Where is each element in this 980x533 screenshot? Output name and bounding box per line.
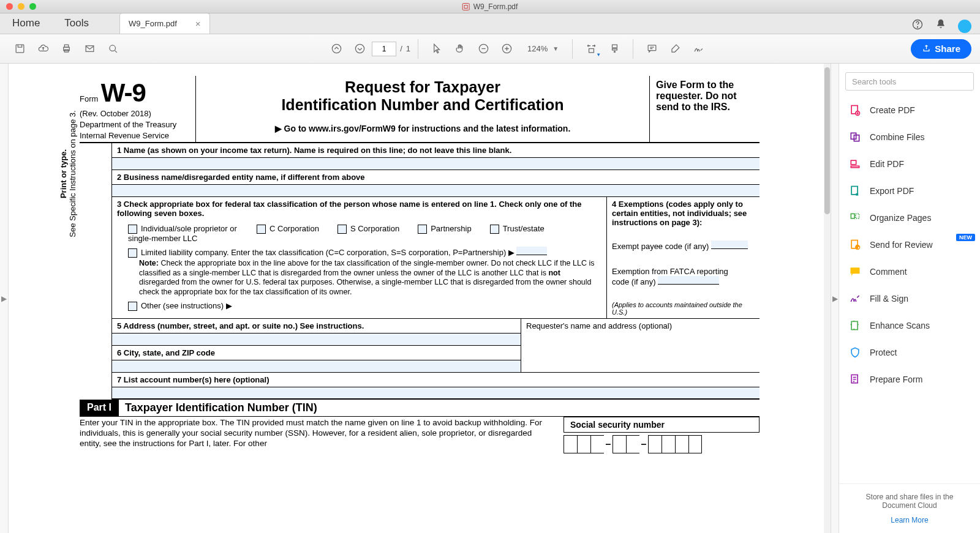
page-total: 1 bbox=[406, 44, 410, 53]
right-rail: ▶ bbox=[831, 64, 839, 533]
window-title: W9_Form.pdf bbox=[473, 2, 518, 11]
fatca-label-1: Exemption from FATCA reporting bbox=[612, 267, 728, 276]
field-5[interactable] bbox=[112, 334, 521, 346]
sign-icon[interactable] bbox=[687, 38, 709, 60]
checkbox-individual[interactable] bbox=[128, 225, 137, 234]
side-instructions: Print or type. See Specific Instructions… bbox=[59, 94, 77, 253]
field-6[interactable] bbox=[112, 360, 521, 373]
tool-comment[interactable]: Comment bbox=[839, 258, 980, 285]
tool-edit[interactable]: Edit PDF bbox=[839, 151, 980, 177]
highlight-icon[interactable] bbox=[664, 38, 686, 60]
comment-tool-icon bbox=[849, 266, 861, 278]
bell-icon[interactable] bbox=[935, 18, 947, 34]
zoom-in-icon[interactable] bbox=[496, 38, 518, 60]
page-current-input[interactable] bbox=[372, 42, 396, 56]
tool-label: Send for Review bbox=[870, 240, 933, 250]
tool-organize[interactable]: Organize Pages bbox=[839, 204, 980, 231]
search-icon[interactable] bbox=[102, 38, 124, 60]
tool-protect[interactable]: Protect bbox=[839, 339, 980, 366]
field-2[interactable] bbox=[112, 185, 760, 197]
save-icon[interactable] bbox=[9, 38, 31, 60]
expand-left-icon[interactable]: ▶ bbox=[1, 294, 7, 303]
requester-box: Requester's name and address (optional) bbox=[521, 319, 760, 373]
scrollbar-thumb[interactable] bbox=[824, 67, 830, 214]
form-dept: Department of the Treasury bbox=[80, 120, 176, 129]
fit-width-icon[interactable]: ▼ bbox=[580, 38, 602, 60]
cloud-upload-icon[interactable] bbox=[32, 38, 54, 60]
line-6: 6 City, state, and ZIP code bbox=[112, 346, 521, 360]
print-icon[interactable] bbox=[55, 38, 77, 60]
tool-export[interactable]: Export PDF bbox=[839, 177, 980, 204]
line-4: 4 Exemptions (codes apply only to certai… bbox=[612, 199, 755, 227]
checkbox-llc[interactable] bbox=[128, 248, 137, 258]
export-pdf-icon bbox=[849, 185, 861, 197]
field-7[interactable] bbox=[112, 387, 760, 400]
tool-combine[interactable]: Combine Files bbox=[839, 124, 980, 151]
help-icon[interactable] bbox=[911, 18, 924, 34]
tool-create-pdf[interactable]: Create PDF bbox=[839, 97, 980, 124]
close-tab-icon[interactable]: × bbox=[195, 18, 201, 29]
search-tools-input[interactable]: Search tools bbox=[845, 72, 974, 91]
new-badge: NEW bbox=[956, 234, 975, 241]
page-down-icon[interactable] bbox=[349, 38, 371, 60]
checkbox-partnership[interactable] bbox=[418, 225, 427, 234]
hand-icon[interactable] bbox=[449, 38, 471, 60]
fatca-label-2: code (if any) bbox=[612, 277, 656, 286]
tool-fill-sign[interactable]: Fill & Sign bbox=[839, 285, 980, 312]
tool-enhance-scans[interactable]: Enhance Scans bbox=[839, 312, 980, 339]
zoom-dropdown-icon[interactable]: ▼ bbox=[552, 45, 559, 52]
llc-class-field[interactable] bbox=[516, 247, 547, 255]
minimize-window-button[interactable] bbox=[18, 3, 24, 10]
maximize-window-button[interactable] bbox=[29, 3, 36, 10]
exempt-payee-label: Exempt payee code (if any) bbox=[612, 242, 709, 251]
document-viewport[interactable]: Form W-9 (Rev. October 2018) Department … bbox=[9, 64, 831, 533]
tool-label: Protect bbox=[870, 348, 897, 357]
nav-home[interactable]: Home bbox=[0, 13, 52, 34]
field-1[interactable] bbox=[112, 158, 760, 170]
svg-rect-14 bbox=[612, 49, 617, 50]
expand-right-icon[interactable]: ▶ bbox=[832, 294, 838, 303]
checkbox-trust[interactable] bbox=[490, 225, 499, 234]
form-word: Form bbox=[80, 94, 98, 103]
mail-icon[interactable] bbox=[78, 38, 100, 60]
exempt-payee-field[interactable] bbox=[711, 240, 748, 249]
zoom-value: 124% bbox=[527, 44, 548, 53]
cursor-icon[interactable] bbox=[426, 38, 448, 60]
tool-label: Fill & Sign bbox=[870, 294, 908, 304]
line-2: 2 Business name/disregarded entity name,… bbox=[112, 170, 760, 185]
llc-label: Limited liability company. Enter the tax… bbox=[141, 248, 514, 257]
line-1: 1 Name (as shown on your income tax retu… bbox=[112, 143, 760, 158]
checkbox-c-corp[interactable] bbox=[257, 225, 266, 234]
form-goto: ▶ Go to www.irs.gov/FormW9 for instructi… bbox=[201, 124, 644, 133]
side-footer: Store and share files in the Document Cl… bbox=[839, 483, 980, 533]
part-1-label: Part I bbox=[80, 400, 119, 417]
learn-more-link[interactable]: Learn More bbox=[845, 516, 974, 524]
checkbox-s-corp[interactable] bbox=[337, 225, 347, 234]
avatar[interactable] bbox=[958, 20, 971, 33]
scrollbar[interactable] bbox=[824, 64, 831, 533]
nav-tools[interactable]: Tools bbox=[52, 13, 101, 34]
page-up-icon[interactable] bbox=[325, 38, 347, 60]
window-titlebar: W9_Form.pdf bbox=[0, 0, 980, 13]
tool-prepare-form[interactable]: Prepare Form bbox=[839, 366, 980, 393]
left-rail: ▶ bbox=[0, 64, 9, 533]
fatca-field[interactable] bbox=[658, 276, 719, 285]
pdf-icon bbox=[462, 3, 470, 10]
scroll-mode-icon[interactable] bbox=[603, 38, 625, 60]
svg-rect-15 bbox=[648, 45, 656, 51]
svg-rect-12 bbox=[589, 49, 594, 53]
ssn-boxes[interactable]: –– bbox=[564, 435, 760, 453]
checkbox-other[interactable] bbox=[128, 302, 137, 311]
svg-point-7 bbox=[109, 45, 115, 51]
svg-rect-4 bbox=[64, 45, 68, 47]
close-window-button[interactable] bbox=[6, 3, 13, 10]
document-tab[interactable]: W9_Form.pdf × bbox=[119, 13, 210, 34]
svg-rect-23 bbox=[851, 214, 854, 218]
send-review-icon bbox=[849, 239, 861, 251]
share-button[interactable]: Share bbox=[911, 39, 971, 59]
zoom-out-icon[interactable] bbox=[472, 38, 494, 60]
form-number: W-9 bbox=[101, 78, 146, 107]
tool-send-review[interactable]: Send for ReviewNEW bbox=[839, 231, 980, 258]
svg-point-1 bbox=[918, 27, 918, 28]
comment-icon[interactable] bbox=[641, 38, 663, 60]
